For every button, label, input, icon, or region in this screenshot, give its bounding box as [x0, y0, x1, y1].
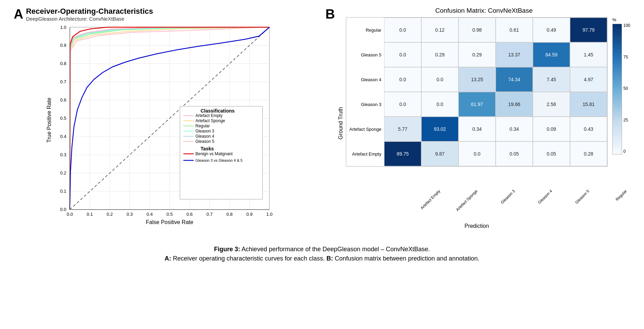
cm-y-axis-label: Ground Truth	[338, 107, 344, 139]
svg-text:0.3: 0.3	[127, 212, 133, 217]
caption-text3: Confusion matrix between prediction and …	[333, 255, 479, 262]
roc-svg: 0.0 0.1 0.2 0.3 0.4 0.5 0.6 0.7 0.8 0.9 …	[14, 24, 319, 237]
svg-text:0.4: 0.4	[60, 134, 66, 139]
svg-text:0.3: 0.3	[60, 152, 66, 157]
svg-text:0.5: 0.5	[60, 116, 66, 121]
svg-text:0.7: 0.7	[207, 212, 213, 217]
cm-cell: 0.34	[496, 117, 533, 141]
svg-text:0.7: 0.7	[60, 79, 66, 84]
cm-cell: 9.87	[421, 141, 458, 166]
svg-text:0.5: 0.5	[167, 212, 173, 217]
roc-chart: 0.0 0.1 0.2 0.3 0.4 0.5 0.6 0.7 0.8 0.9 …	[14, 24, 319, 237]
cm-row-label: Gleason 4	[346, 67, 384, 92]
svg-text:Regular: Regular	[196, 124, 210, 128]
cm-cell: 1.45	[570, 42, 607, 67]
panel-b: B Confusion Matrix: ConvNeXtBase Ground …	[326, 7, 631, 229]
cm-cell: 0.29	[421, 42, 458, 67]
colorbar-gradient	[612, 24, 622, 155]
svg-text:Classifications: Classifications	[201, 108, 235, 114]
cm-cell: 74.34	[496, 67, 533, 92]
svg-text:True Positive Rate: True Positive Rate	[46, 97, 52, 142]
cm-cell: 61.97	[458, 92, 496, 117]
caption-text2: Receiver operating characteristic curves…	[171, 255, 326, 262]
cm-cell: 0.0	[421, 92, 458, 117]
cm-row-label: Gleason 5	[346, 42, 384, 67]
svg-text:Gleason 3: Gleason 3	[196, 129, 214, 134]
svg-text:False Positive Rate: False Positive Rate	[146, 219, 193, 225]
svg-text:0.6: 0.6	[60, 97, 66, 103]
colorbar-pct-label: %	[612, 17, 616, 22]
svg-text:1.0: 1.0	[60, 25, 66, 30]
cm-row-label: Artefact Sponge	[346, 117, 384, 141]
panel-a-title: Receiver-Operating-Characteristics	[26, 7, 153, 16]
svg-text:0.0: 0.0	[67, 212, 73, 217]
svg-text:0.9: 0.9	[246, 212, 253, 217]
cm-cell: 93.02	[421, 117, 458, 141]
svg-text:Gleason 4: Gleason 4	[196, 134, 214, 139]
cm-cell: 0.0	[384, 92, 421, 117]
cm-cell: 0.05	[496, 141, 533, 166]
cm-cell: 0.0	[384, 42, 421, 67]
svg-text:0.2: 0.2	[107, 212, 113, 217]
panel-b-label: B	[326, 7, 335, 22]
cm-cell: 0.0	[384, 18, 421, 42]
svg-text:0.1: 0.1	[60, 189, 66, 194]
cm-cell: 7.45	[533, 67, 570, 92]
colorbar: % 1007550250	[612, 17, 630, 166]
colorbar-tick: 50	[623, 86, 630, 91]
svg-text:Gleason 5: Gleason 5	[196, 139, 214, 144]
colorbar-tick: 75	[623, 55, 630, 60]
cm-cell: 15.81	[570, 92, 607, 117]
cm-cell: 0.05	[533, 141, 570, 166]
svg-text:0.4: 0.4	[147, 212, 153, 217]
cm-cell: 0.09	[533, 117, 570, 141]
cm-cell: 0.28	[570, 141, 607, 166]
cm-grid: Regular0.00.120.980.610.4997.79Gleason 5…	[346, 17, 608, 167]
cm-row-label: Artefact Empty	[346, 141, 384, 166]
cm-row-label: Gleason 3	[346, 92, 384, 117]
cm-cell: 0.0	[421, 67, 458, 92]
cm-cell: 0.0	[458, 141, 496, 166]
cm-col-label: Regular	[581, 168, 629, 216]
svg-text:0.9: 0.9	[60, 43, 66, 48]
cm-cell: 0.43	[570, 117, 607, 141]
cm-cell: 97.79	[570, 18, 607, 42]
caption-bold2: A:	[165, 255, 171, 262]
svg-text:0.8: 0.8	[226, 212, 233, 217]
cm-cell: 19.66	[496, 92, 533, 117]
cm-cell: 84.59	[533, 42, 570, 67]
colorbar-tick: 25	[623, 118, 630, 123]
svg-text:0.6: 0.6	[187, 212, 193, 217]
svg-text:Tasks: Tasks	[201, 146, 214, 151]
cm-cell: 13.37	[496, 42, 533, 67]
confusion-matrix: Regular0.00.120.980.610.4997.79Gleason 5…	[346, 17, 608, 229]
cm-cell: 0.49	[533, 18, 570, 42]
svg-text:0.0: 0.0	[60, 207, 66, 212]
cm-cell: 0.12	[421, 18, 458, 42]
cm-cell: 0.34	[458, 117, 496, 141]
svg-text:Benign vs Malignant: Benign vs Malignant	[196, 151, 233, 156]
caption-bold1: Figure 3:	[214, 246, 240, 253]
svg-text:0.8: 0.8	[60, 61, 66, 66]
panel-a-label: A	[14, 7, 23, 22]
svg-text:0.2: 0.2	[60, 170, 66, 176]
cm-cell: 0.0	[384, 67, 421, 92]
cm-cell: 4.97	[570, 67, 607, 92]
panel-a: A Receiver-Operating-Characteristics Dee…	[14, 7, 319, 237]
svg-text:Artefact Empty: Artefact Empty	[196, 113, 223, 118]
cm-cell: 2.56	[533, 92, 570, 117]
cm-cell: 5.77	[384, 117, 421, 141]
panel-a-subtitle: DeepGleason Architecture: ConvNeXtBase	[26, 16, 153, 22]
panel-b-title: Confusion Matrix: ConvNeXtBase	[338, 7, 630, 14]
svg-text:1.0: 1.0	[266, 212, 273, 217]
cm-cell: 0.61	[496, 18, 533, 42]
figure-caption: Figure 3: Achieved performance of the De…	[165, 245, 479, 263]
svg-text:Artefact Sponge: Artefact Sponge	[196, 118, 225, 123]
caption-bold3: B:	[326, 255, 333, 262]
colorbar-ticks: 1007550250	[623, 23, 630, 154]
cm-cell: 0.29	[458, 42, 496, 67]
svg-text:Gleason 3 vs Gleason 4 & 5: Gleason 3 vs Gleason 4 & 5	[196, 158, 243, 162]
cm-x-axis-label: Prediction	[346, 223, 608, 229]
svg-text:0.1: 0.1	[87, 212, 93, 217]
colorbar-tick: 0	[623, 149, 630, 154]
